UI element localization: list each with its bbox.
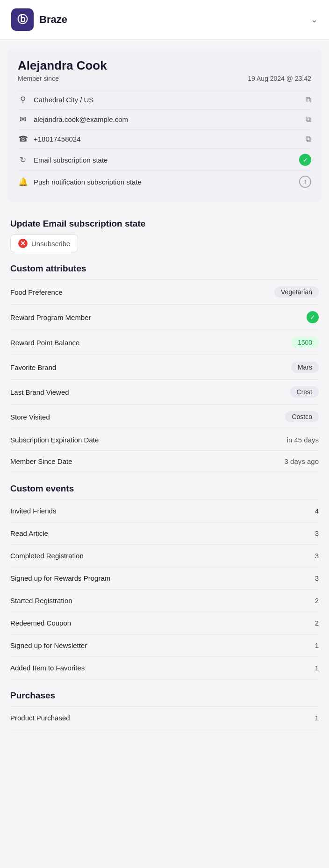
unsubscribe-x-icon: ✕ xyxy=(18,239,28,248)
phone-icon: ☎ xyxy=(18,134,28,144)
app-header: ⓑ Braze ⌄ xyxy=(0,0,329,40)
attr-row: Store VisitedCostco xyxy=(10,404,319,429)
attr-check-icon: ✓ xyxy=(307,311,319,323)
push-subscription-row: 🔔 Push notification subscription state ! xyxy=(18,171,311,192)
attr-badge: Crest xyxy=(290,386,319,398)
copy-location-icon[interactable]: ⧉ xyxy=(306,95,311,105)
location-value: Cathedral City / US xyxy=(34,96,93,104)
event-row: Read Article3 xyxy=(10,522,319,544)
event-count: 1 xyxy=(315,664,319,672)
purchases-title: Purchases xyxy=(10,690,319,701)
purchases-section: Purchases Product Purchased1 xyxy=(0,683,329,729)
attr-row: Food PreferenceVegetarian xyxy=(10,279,319,304)
unsubscribe-button[interactable]: ✕ Unsubscribe xyxy=(10,235,78,252)
push-subscription-label: Push notification subscription state xyxy=(34,178,142,186)
attr-row: Member Since Date3 days ago xyxy=(10,450,319,472)
profile-name: Alejandra Cook xyxy=(18,58,311,73)
app-title: Braze xyxy=(39,14,67,26)
email-subscription-icon: ↻ xyxy=(18,155,28,165)
custom-events-title: Custom events xyxy=(10,484,319,494)
attr-row: Reward Point Balance1500 xyxy=(10,330,319,355)
event-row: Signed up for Rewards Program3 xyxy=(10,567,319,589)
custom-events-section: Custom events Invited Friends4Read Artic… xyxy=(0,476,329,679)
attr-label: Last Brand Viewed xyxy=(10,388,69,396)
event-count: 3 xyxy=(315,552,319,560)
purchases-list: Product Purchased1 xyxy=(10,706,319,729)
email-subscription-section-title: Update Email subscription state xyxy=(10,219,319,229)
attr-value: 3 days ago xyxy=(285,457,319,465)
event-row: Added Item to Favorites1 xyxy=(10,656,319,679)
purchase-label: Product Purchased xyxy=(10,714,70,722)
member-since-row: Member since 19 Aug 2024 @ 23:42 xyxy=(18,75,311,82)
event-count: 3 xyxy=(315,574,319,582)
chevron-down-icon[interactable]: ⌄ xyxy=(311,14,318,25)
header-left: ⓑ Braze xyxy=(11,8,67,31)
attr-label: Food Preference xyxy=(10,288,63,296)
event-count: 3 xyxy=(315,529,319,537)
attr-badge: Mars xyxy=(291,362,319,373)
email-subscription-status-icon: ✓ xyxy=(299,154,311,166)
event-count: 4 xyxy=(315,507,319,515)
phone-value: +18017458024 xyxy=(34,135,81,143)
event-row: Started Registration2 xyxy=(10,589,319,612)
copy-email-icon[interactable]: ⧉ xyxy=(306,115,311,124)
member-since-label: Member since xyxy=(18,75,59,82)
email-subscription-label: Email subscription state xyxy=(34,156,107,164)
attr-badge-green: 1500 xyxy=(291,337,319,348)
braze-logo-icon: ⓑ xyxy=(11,8,34,31)
event-label: Completed Registration xyxy=(10,552,84,560)
event-label: Redeemed Coupon xyxy=(10,619,71,627)
attr-row: Favorite BrandMars xyxy=(10,355,319,379)
attr-label: Reward Program Member xyxy=(10,313,91,321)
event-label: Invited Friends xyxy=(10,507,56,515)
event-row: Completed Registration3 xyxy=(10,544,319,567)
attr-badge: Costco xyxy=(285,411,319,422)
email-row: ✉ alejandra.cook@example.com ⧉ xyxy=(18,109,311,129)
event-label: Signed up for Rewards Program xyxy=(10,574,110,582)
event-label: Added Item to Favorites xyxy=(10,664,85,672)
location-icon: ⚲ xyxy=(18,95,28,105)
attr-value: in 45 days xyxy=(287,436,319,444)
email-subscription-row: ↻ Email subscription state ✓ xyxy=(18,149,311,171)
attr-label: Favorite Brand xyxy=(10,363,56,371)
custom-attributes-section: Custom attributes Food PreferenceVegetar… xyxy=(0,256,329,472)
event-count: 2 xyxy=(315,619,319,627)
attr-label: Store Visited xyxy=(10,413,50,421)
unsubscribe-label: Unsubscribe xyxy=(31,240,70,248)
event-label: Started Registration xyxy=(10,597,72,605)
event-row: Invited Friends4 xyxy=(10,499,319,522)
custom-attributes-title: Custom attributes xyxy=(10,263,319,274)
copy-phone-icon[interactable]: ⧉ xyxy=(306,135,311,144)
event-row: Redeemed Coupon2 xyxy=(10,612,319,634)
attr-row: Last Brand ViewedCrest xyxy=(10,379,319,404)
location-row: ⚲ Cathedral City / US ⧉ xyxy=(18,90,311,109)
custom-events-list: Invited Friends4Read Article3Completed R… xyxy=(10,499,319,679)
purchase-count: 1 xyxy=(315,714,319,722)
event-label: Signed up for Newsletter xyxy=(10,641,87,649)
attr-row: Reward Program Member✓ xyxy=(10,304,319,330)
attr-badge: Vegetarian xyxy=(274,286,319,298)
purchase-row: Product Purchased1 xyxy=(10,706,319,729)
push-subscription-status-icon: ! xyxy=(299,176,311,188)
email-subscription-section: Update Email subscription state ✕ Unsubs… xyxy=(0,211,329,256)
event-count: 1 xyxy=(315,641,319,649)
phone-row: ☎ +18017458024 ⧉ xyxy=(18,129,311,149)
custom-attributes-list: Food PreferenceVegetarianReward Program … xyxy=(10,279,319,472)
attr-row: Subscription Expiration Datein 45 days xyxy=(10,429,319,450)
event-count: 2 xyxy=(315,597,319,605)
email-icon: ✉ xyxy=(18,114,28,124)
email-value: alejandra.cook@example.com xyxy=(34,115,128,123)
push-icon: 🔔 xyxy=(18,177,28,187)
event-label: Read Article xyxy=(10,529,48,537)
attr-label: Subscription Expiration Date xyxy=(10,436,99,444)
profile-card: Alejandra Cook Member since 19 Aug 2024 … xyxy=(7,49,322,202)
event-row: Signed up for Newsletter1 xyxy=(10,634,319,656)
attr-label: Member Since Date xyxy=(10,457,72,465)
attr-label: Reward Point Balance xyxy=(10,339,79,347)
member-since-date: 19 Aug 2024 @ 23:42 xyxy=(248,75,311,82)
